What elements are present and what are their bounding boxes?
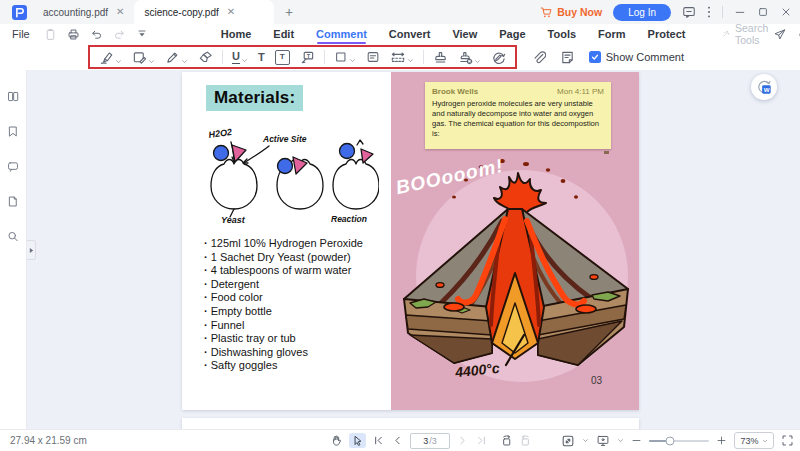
pencil-tool[interactable]	[160, 50, 193, 65]
rectangle-shape-icon	[334, 50, 348, 64]
highlight-tool[interactable]	[94, 50, 127, 65]
panel-expand-handle[interactable]	[27, 240, 36, 260]
comments-icon[interactable]	[0, 150, 27, 173]
search-tools-placeholder: Search Tools	[735, 22, 773, 46]
attachment-tool[interactable]	[531, 50, 546, 65]
menu-home[interactable]: Home	[221, 28, 252, 40]
file-menu[interactable]: File	[12, 28, 30, 40]
zoom-slider[interactable]	[649, 440, 709, 442]
h2o2-label: H2O2	[208, 127, 233, 140]
chevron-down-icon[interactable]	[582, 437, 589, 444]
comment-list-tool[interactable]	[560, 50, 575, 65]
undo-icon[interactable]	[90, 28, 103, 41]
search-tools[interactable]: Search Tools	[722, 22, 772, 46]
rotate-left-icon[interactable]	[500, 434, 513, 447]
next-page-icon[interactable]	[456, 434, 469, 447]
maximize-icon[interactable]	[757, 6, 769, 18]
chevron-down-icon	[474, 58, 481, 65]
tab-close-icon[interactable]: ✕	[116, 7, 124, 17]
bookmarks-icon[interactable]	[0, 115, 27, 138]
thumbnails-icon[interactable]	[0, 80, 27, 103]
minimize-icon[interactable]	[734, 6, 746, 18]
redo-icon[interactable]	[113, 28, 126, 41]
menu-comment[interactable]: Comment	[316, 28, 367, 40]
first-page-icon[interactable]	[372, 434, 385, 447]
show-comment-label: Show Comment	[606, 51, 684, 63]
tab-accounting[interactable]: accounting.pdf ✕	[33, 0, 134, 24]
chevron-down-icon	[181, 58, 188, 65]
presentation-mode-icon[interactable]	[596, 434, 610, 447]
menu-convert[interactable]: Convert	[389, 28, 431, 40]
stamp-tool[interactable]	[428, 50, 453, 65]
text-box-tool[interactable]: T	[270, 50, 295, 65]
buy-now-label: Buy Now	[557, 6, 602, 18]
sticky-note-tool[interactable]	[361, 50, 385, 64]
callout-tool[interactable]: T	[295, 50, 320, 65]
menu-edit[interactable]: Edit	[273, 28, 294, 40]
save-icon[interactable]	[44, 28, 57, 41]
log-in-button[interactable]: Log In	[613, 4, 671, 21]
custom-stamp-tool[interactable]	[453, 50, 486, 65]
sticky-note-comment[interactable]: Brook Wells Mon 4:11 PM Hydrogen peroxid…	[425, 82, 611, 149]
menu-view[interactable]: View	[452, 28, 477, 40]
buy-now-button[interactable]: Buy Now	[540, 6, 602, 19]
menu-form[interactable]: Form	[598, 28, 626, 40]
cart-icon	[540, 6, 553, 19]
page-right: BOOooom! Brook Wells Mon 4:11 PM Hydroge…	[391, 72, 639, 410]
tab-close-icon[interactable]: ✕	[227, 7, 235, 17]
signature-tool[interactable]	[486, 50, 511, 65]
fullscreen-icon[interactable]	[781, 434, 794, 447]
signature-stamp-icon	[491, 50, 506, 65]
zoom-out-icon[interactable]	[631, 435, 642, 446]
document-viewer[interactable]: Materials:	[27, 70, 800, 430]
hand-tool-icon[interactable]	[330, 434, 343, 447]
print-icon[interactable]	[67, 28, 80, 41]
menu-tools[interactable]: Tools	[548, 28, 577, 40]
last-page-icon[interactable]	[475, 434, 488, 447]
zoom-level-select[interactable]: 73%	[734, 432, 774, 449]
typewriter-icon: T	[258, 52, 265, 63]
tab-science-copy[interactable]: science-copy.pdf ✕	[134, 0, 274, 24]
select-tool-button[interactable]	[349, 433, 366, 448]
underline-tool[interactable]: U	[227, 51, 253, 64]
list-item: 1 Sachet Dry Yeast (powder)	[204, 251, 363, 265]
page-number-input[interactable]: 3 /3	[410, 433, 450, 449]
note-body: Hydrogen peroxide molecules are very uns…	[432, 99, 604, 139]
rotate-right-icon[interactable]	[519, 434, 532, 447]
search-icon[interactable]	[0, 220, 27, 243]
chevron-down-icon[interactable]	[617, 437, 624, 444]
typewriter-tool[interactable]: T	[253, 52, 270, 63]
measure-tool[interactable]	[385, 50, 419, 64]
share-icon[interactable]	[773, 28, 786, 41]
note-resize-handle[interactable]	[604, 151, 609, 154]
attachments-icon[interactable]	[0, 185, 27, 208]
page-left: Materials:	[182, 72, 391, 410]
show-comment-toggle[interactable]: Show Comment	[589, 51, 684, 63]
zoom-slider-thumb[interactable]	[666, 436, 675, 445]
zoom-controls: 73%	[561, 430, 794, 451]
area-highlight-tool[interactable]	[127, 50, 160, 65]
checkbox-checked-icon[interactable]	[589, 51, 601, 63]
titlebar: accounting.pdf ✕ science-copy.pdf ✕ ＋ Bu…	[0, 0, 800, 24]
menubar: File Home Edit Comment Convert View Page…	[0, 24, 800, 44]
main-area: Materials:	[0, 70, 800, 430]
convert-to-word-button[interactable]: W	[751, 74, 777, 100]
pdfelement-logo-icon	[12, 5, 27, 20]
text-box-icon: T	[275, 50, 290, 65]
fit-page-icon[interactable]	[561, 434, 575, 448]
feedback-icon[interactable]	[682, 5, 696, 19]
zoom-in-icon[interactable]	[716, 435, 727, 446]
previous-page-icon[interactable]	[391, 434, 404, 447]
left-sidebar	[0, 70, 27, 430]
more-menu-icon[interactable]	[707, 5, 711, 19]
menu-page[interactable]: Page	[499, 28, 525, 40]
new-tab-button[interactable]: ＋	[274, 0, 303, 24]
page-number: 03	[591, 375, 602, 386]
eraser-tool[interactable]	[193, 50, 218, 65]
chevron-down-icon	[762, 438, 768, 444]
menu-protect[interactable]: Protect	[648, 28, 686, 40]
close-icon[interactable]	[780, 6, 792, 18]
shape-tool[interactable]	[329, 50, 361, 64]
collapse-toolbar-icon[interactable]	[136, 28, 148, 40]
tab-label: accounting.pdf	[43, 7, 108, 18]
